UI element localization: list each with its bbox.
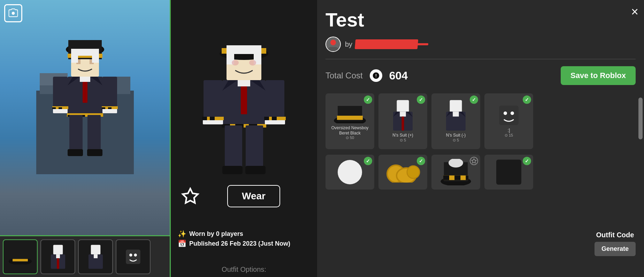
camera-svg: [8, 8, 18, 18]
svg-point-47: [129, 253, 132, 256]
item-check-1: ✓: [364, 95, 372, 104]
by-label: by: [345, 40, 352, 48]
center-preview-panel: Wear ✨ Worn by 0 players 📅 Published 26 …: [171, 0, 317, 277]
thumbnail-2[interactable]: [40, 239, 75, 274]
svg-rect-95: [453, 112, 459, 117]
item-price-3: ⊙ 5: [453, 138, 459, 143]
svg-rect-27: [102, 77, 117, 108]
star-icon: [181, 187, 199, 205]
svg-rect-35: [87, 149, 102, 156]
thumb-suit-plus-icon: [48, 243, 68, 271]
svg-rect-90: [402, 117, 404, 131]
svg-rect-39: [53, 245, 63, 254]
robux-small-icon-4: ⊙: [505, 133, 508, 138]
right-panel: × Test by Total Cost: [317, 0, 644, 277]
worn-by-text: ✨ Worn by 0 players: [178, 230, 290, 238]
main-area: Wear ✨ Worn by 0 players 📅 Published 26 …: [171, 0, 644, 277]
scrollbar[interactable]: [638, 98, 643, 139]
avatar-svg: [326, 37, 340, 51]
item-card-hair[interactable]: ✓: [325, 155, 374, 190]
item-price-2: ⊙ 5: [400, 138, 406, 143]
svg-rect-34: [68, 149, 83, 156]
thumb-face-icon: [124, 248, 142, 266]
item-card-dark[interactable]: ✓: [484, 155, 533, 190]
item-check-7: [470, 157, 478, 165]
calendar-emoji: 📅: [178, 239, 186, 248]
item-check-8: ✓: [523, 157, 531, 165]
svg-rect-26: [59, 107, 62, 109]
svg-rect-109: [454, 176, 460, 180]
item-price-1: ⊙ 50: [346, 136, 354, 140]
svg-rect-25: [52, 107, 56, 109]
save-to-roblox-button[interactable]: Save to Roblox: [561, 66, 636, 85]
total-cost-label: Total Cost: [325, 71, 363, 80]
svg-rect-86: [337, 116, 363, 120]
item-suit-plus-svg: [391, 100, 415, 131]
item-hat-svg: [332, 102, 367, 123]
cost-amount: 604: [389, 69, 408, 82]
svg-point-99: [504, 111, 507, 115]
svg-point-104: [407, 166, 420, 178]
svg-point-56: [232, 60, 239, 66]
capture-icon[interactable]: [4, 4, 22, 22]
left-character: [36, 21, 134, 174]
svg-rect-77: [225, 125, 242, 167]
item-label-4: :]: [508, 128, 510, 133]
robux-svg: [372, 72, 380, 79]
svg-point-101: [338, 160, 362, 184]
published-text: 📅 Published 26 Feb 2023 (Just Now): [178, 239, 290, 248]
thumb-hat-icon: [8, 249, 32, 264]
svg-rect-22: [53, 77, 68, 108]
items-grid-row1: ✓ Oversized Newsboy Beret Black ⊙ 50 ✓: [325, 93, 636, 149]
item-hair-svg: [336, 158, 364, 186]
left-game-panel: [0, 0, 171, 277]
wear-button[interactable]: Wear: [227, 185, 280, 207]
item-card-hat[interactable]: ✓ Oversized Newsboy Beret Black ⊙ 50: [325, 93, 374, 149]
item-coins-svg: [385, 162, 420, 183]
svg-rect-78: [246, 125, 263, 167]
thumb-suit-minus-icon: [86, 243, 105, 271]
item-check-6: ✓: [417, 157, 425, 165]
svg-point-57: [249, 60, 256, 66]
item-card-suit-plus[interactable]: ✓ N's Suit (+) ⊙ 5: [378, 93, 427, 149]
svg-rect-41: [56, 254, 60, 258]
outfit-title: Test: [325, 8, 636, 31]
svg-rect-45: [94, 254, 98, 258]
item-check-5: ✓: [364, 157, 372, 165]
item-card-hat2[interactable]: [431, 155, 480, 190]
author-row: by: [325, 37, 636, 52]
svg-rect-32: [69, 115, 83, 150]
outfit-code-label: Outfit Code: [595, 231, 636, 239]
item-card-suit-minus[interactable]: ✓ N's Suit (-) ⊙ 5: [431, 93, 480, 149]
item-card-coins[interactable]: ✓: [378, 155, 427, 190]
item-label-1: Oversized Newsboy Beret Black: [328, 125, 371, 136]
item-hat2-svg: [438, 159, 473, 185]
svg-point-100: [511, 111, 514, 115]
robux-small-icon: ⊙: [346, 136, 349, 140]
favorite-button[interactable]: [181, 187, 199, 205]
svg-rect-46: [126, 249, 140, 264]
thumbnail-4[interactable]: [116, 239, 151, 274]
item-check-4: ✓: [523, 95, 531, 104]
svg-rect-76: [272, 117, 277, 120]
character-preview-svg: [185, 14, 303, 181]
robux-icon: [370, 69, 382, 82]
close-button[interactable]: ×: [631, 6, 638, 18]
svg-rect-33: [87, 115, 101, 150]
star-small-icon: [471, 158, 477, 164]
item-card-face[interactable]: ✓ :] ⊙ 15: [484, 93, 533, 149]
generate-button[interactable]: Generate: [595, 242, 636, 256]
svg-rect-75: [264, 117, 269, 120]
thumbnail-1[interactable]: [3, 239, 38, 274]
svg-rect-12: [92, 49, 99, 63]
svg-rect-108: [443, 176, 449, 180]
cost-row: Total Cost 604 Save to Roblox: [325, 66, 636, 85]
thumbnail-3[interactable]: [78, 239, 113, 274]
author-avatar: [325, 37, 341, 52]
svg-rect-80: [245, 166, 266, 174]
svg-rect-59: [238, 80, 250, 86]
svg-rect-42: [57, 258, 59, 269]
svg-rect-11: [71, 49, 78, 63]
svg-rect-87: [397, 100, 409, 113]
bottom-thumbnail-strip: [0, 235, 170, 277]
